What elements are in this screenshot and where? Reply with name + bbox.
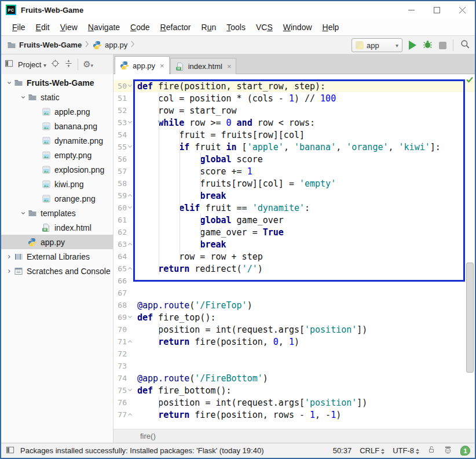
code-line-54[interactable]: 54 fruit = fruits[row][col] bbox=[113, 129, 475, 141]
code-line-52[interactable]: 52 row = start_row bbox=[113, 104, 475, 116]
gutter[interactable]: 75 bbox=[113, 384, 134, 396]
code-line-53[interactable]: 53 while row >= 0 and row < rows: bbox=[113, 116, 475, 129]
chevron-right-icon[interactable] bbox=[5, 268, 14, 275]
fold-marker-icon[interactable] bbox=[127, 336, 134, 348]
chevron-right-icon[interactable] bbox=[5, 253, 14, 260]
tree-item-orange-png[interactable]: orange.png bbox=[1, 191, 113, 206]
menu-help[interactable]: Help bbox=[317, 20, 345, 34]
tree-item-index-html[interactable]: Hindex.html bbox=[1, 220, 113, 235]
menu-edit[interactable]: Edit bbox=[31, 20, 55, 34]
menu-tools[interactable]: Tools bbox=[221, 20, 251, 34]
code-line-62[interactable]: 62 game_over = True bbox=[113, 226, 475, 238]
menu-view[interactable]: View bbox=[55, 20, 83, 34]
gutter[interactable]: 58 bbox=[113, 177, 134, 190]
gutter[interactable]: 55 bbox=[113, 141, 134, 153]
search-everywhere-icon[interactable] bbox=[460, 39, 470, 52]
debug-button[interactable] bbox=[423, 39, 433, 52]
tree-item-explosion-png[interactable]: explosion.png bbox=[1, 162, 113, 177]
code-line-57[interactable]: 57 score += 1 bbox=[113, 165, 475, 177]
encoding-select[interactable]: UTF-8 bbox=[393, 446, 419, 455]
tree-item-apple-png[interactable]: apple.png bbox=[1, 104, 113, 119]
gutter[interactable]: 76 bbox=[113, 396, 134, 409]
gutter[interactable]: 53 bbox=[113, 116, 134, 129]
notifications-badge[interactable]: 1 bbox=[460, 446, 470, 456]
gutter[interactable]: 63 bbox=[113, 238, 134, 250]
gutter[interactable]: 62 bbox=[113, 226, 134, 238]
tree-item-dynamite-png[interactable]: dynamite.png bbox=[1, 133, 113, 148]
maximize-button[interactable] bbox=[424, 1, 449, 19]
code-line-77[interactable]: 77 return fire(position, rows - 1, -1) bbox=[113, 409, 475, 421]
menu-window[interactable]: Window bbox=[278, 20, 317, 34]
code-line-67[interactable]: 67 bbox=[113, 287, 475, 299]
locate-file-icon[interactable] bbox=[51, 59, 60, 70]
fold-marker-icon[interactable] bbox=[127, 116, 134, 129]
highlighting-level-icon[interactable] bbox=[444, 446, 452, 456]
minimize-button[interactable] bbox=[398, 1, 424, 19]
menu-refactor[interactable]: Refactor bbox=[155, 20, 196, 34]
editor-body[interactable]: 50def fire(position, start_row, step):51… bbox=[113, 74, 475, 429]
gutter[interactable]: 56 bbox=[113, 153, 134, 165]
gutter[interactable]: 70 bbox=[113, 323, 134, 336]
toggle-toolwindows-icon[interactable] bbox=[6, 446, 14, 456]
fold-marker-icon[interactable] bbox=[127, 263, 134, 275]
run-configuration-select[interactable]: app ▾ bbox=[351, 38, 402, 52]
fold-marker-icon[interactable] bbox=[127, 238, 134, 250]
chevron-down-icon[interactable] bbox=[19, 210, 28, 217]
tree-item-scratches-and-console[interactable]: Scratches and Console bbox=[1, 264, 113, 278]
close-button[interactable] bbox=[449, 1, 475, 19]
fold-marker-icon[interactable] bbox=[127, 384, 134, 396]
gutter[interactable]: 66 bbox=[113, 275, 134, 287]
fold-marker-icon[interactable] bbox=[127, 311, 134, 323]
breadcrumb-item[interactable]: Fruits-Web-Game bbox=[19, 41, 82, 49]
code-line-73[interactable]: 73 bbox=[113, 360, 475, 372]
gutter[interactable]: 59 bbox=[113, 190, 134, 202]
chevron-down-icon[interactable] bbox=[19, 94, 28, 101]
code-line-63[interactable]: 63 break bbox=[113, 238, 475, 250]
code-line-55[interactable]: 55 if fruit in ['apple', 'banana', 'oran… bbox=[113, 141, 475, 153]
code-line-51[interactable]: 51 col = position * (cols - 1) // 100 bbox=[113, 92, 475, 104]
code-line-76[interactable]: 76 position = int(request.args['position… bbox=[113, 396, 475, 409]
gutter[interactable]: 77 bbox=[113, 409, 134, 421]
gutter[interactable]: 71 bbox=[113, 336, 134, 348]
line-separator-select[interactable]: CRLF bbox=[360, 446, 385, 455]
breadcrumb-item[interactable]: app.py bbox=[105, 41, 127, 49]
code-area[interactable]: 50def fire(position, start_row, step):51… bbox=[113, 74, 475, 429]
code-line-65[interactable]: 65 return redirect('/') bbox=[113, 263, 475, 275]
tree-item-banana-png[interactable]: banana.png bbox=[1, 119, 113, 133]
menu-run[interactable]: Run bbox=[196, 20, 222, 34]
menu-navigate[interactable]: Navigate bbox=[83, 20, 125, 34]
code-line-59[interactable]: 59 break bbox=[113, 190, 475, 202]
gutter[interactable]: 74 bbox=[113, 372, 134, 384]
code-line-56[interactable]: 56 global score bbox=[113, 153, 475, 165]
gutter[interactable]: 54 bbox=[113, 129, 134, 141]
editor-scrollbar[interactable] bbox=[466, 263, 474, 373]
gutter[interactable]: 68 bbox=[113, 299, 134, 311]
collapse-all-icon[interactable] bbox=[64, 59, 73, 70]
gutter[interactable]: 64 bbox=[113, 250, 134, 263]
panel-settings-gear-icon[interactable]: ⚙▾ bbox=[83, 60, 93, 69]
fold-marker-icon[interactable] bbox=[127, 190, 134, 202]
code-line-60[interactable]: 60 elif fruit == 'dynamite': bbox=[113, 202, 475, 214]
stop-button[interactable] bbox=[439, 42, 446, 49]
code-line-74[interactable]: 74@app.route('/FireBottom') bbox=[113, 372, 475, 384]
gutter[interactable]: 61 bbox=[113, 214, 134, 226]
code-line-72[interactable]: 72 bbox=[113, 348, 475, 360]
code-line-69[interactable]: 69def fire_top(): bbox=[113, 311, 475, 323]
code-line-64[interactable]: 64 row = row + step bbox=[113, 250, 475, 263]
gutter[interactable]: 50 bbox=[113, 80, 134, 92]
fold-marker-icon[interactable] bbox=[127, 202, 134, 214]
tree-item-app-py[interactable]: app.py bbox=[1, 235, 113, 249]
code-line-71[interactable]: 71 return fire(position, 0, 1) bbox=[113, 336, 475, 348]
code-line-75[interactable]: 75def fire_bottom(): bbox=[113, 384, 475, 396]
gutter[interactable]: 57 bbox=[113, 165, 134, 177]
fold-marker-icon[interactable] bbox=[127, 409, 134, 421]
tree-item-kiwi-png[interactable]: kiwi.png bbox=[1, 177, 113, 191]
status-message[interactable]: Packages installed successfully: Install… bbox=[20, 446, 263, 455]
tree-item-fruits-web-game[interactable]: Fruits-Web-Game bbox=[1, 75, 113, 90]
close-tab-icon[interactable]: × bbox=[227, 62, 232, 71]
tab-index-html[interactable]: Hindex.html× bbox=[170, 58, 237, 74]
menu-file[interactable]: File bbox=[7, 20, 31, 34]
inspection-ok-icon[interactable] bbox=[466, 75, 474, 86]
gutter[interactable]: 51 bbox=[113, 92, 134, 104]
tree-item-templates[interactable]: templates bbox=[1, 206, 113, 220]
